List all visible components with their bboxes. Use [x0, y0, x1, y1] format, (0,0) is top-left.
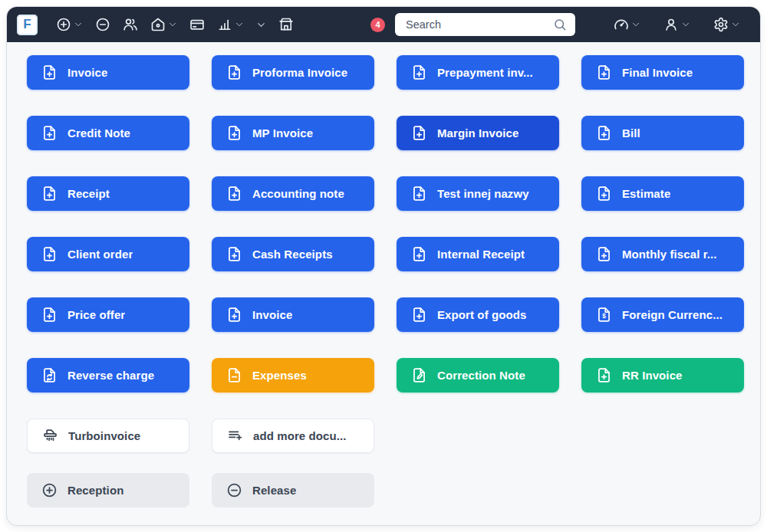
- file-plus-icon: [411, 64, 427, 80]
- button-turboinvoice[interactable]: Turboinvoice: [27, 419, 189, 453]
- chevron-down-icon: [631, 20, 640, 29]
- file-edit-icon: [411, 367, 427, 383]
- toolbar-speedometer-button[interactable]: [607, 12, 647, 37]
- toolbar-home-button[interactable]: [144, 12, 183, 37]
- file-plus-icon: [226, 246, 242, 262]
- button-release[interactable]: Release: [212, 473, 374, 507]
- button-label: Expenses: [252, 369, 307, 382]
- button-client-order[interactable]: Client order: [27, 237, 189, 271]
- button-credit-note[interactable]: Credit Note: [27, 116, 189, 150]
- button-test-innej-nazwy[interactable]: Test innej nazwy: [397, 176, 559, 211]
- gear-icon: [713, 17, 729, 32]
- circle-plus-icon: [41, 482, 58, 498]
- button-label: Turboinvoice: [68, 429, 140, 442]
- chevron-down-icon: [681, 20, 690, 29]
- button-invoice[interactable]: Invoice: [212, 297, 374, 332]
- button-label: Prepayment inv...: [437, 66, 533, 79]
- button-monthly-fiscal-r[interactable]: Monthly fiscal r...: [581, 237, 744, 271]
- file-plus-icon: [596, 186, 612, 202]
- chevron-down-icon: [235, 20, 244, 29]
- button-label: Credit Note: [67, 126, 130, 140]
- file-plus-icon: [411, 186, 427, 202]
- button-label: Estimate: [622, 187, 670, 200]
- button-receipt[interactable]: Receipt: [27, 176, 189, 211]
- top-toolbar: F 4: [7, 7, 760, 42]
- grid-row: InvoiceProforma InvoicePrepayment inv...…: [27, 55, 742, 90]
- search-input[interactable]: [404, 18, 547, 31]
- button-invoice[interactable]: Invoice: [27, 55, 189, 90]
- button-label: Proforma Invoice: [252, 66, 347, 79]
- plus-circle-icon: [56, 17, 71, 32]
- file-plus-icon: [41, 125, 58, 141]
- button-label: Reverse charge: [67, 369, 154, 382]
- file-plus-icon: [41, 64, 58, 80]
- file-plus-icon: [226, 186, 242, 202]
- circle-minus-icon: [226, 482, 242, 498]
- button-cash-receipts[interactable]: Cash Receipts: [212, 237, 374, 271]
- file-plus-icon: [41, 246, 58, 262]
- button-mp-invoice[interactable]: MP Invoice: [212, 116, 374, 150]
- speedometer-icon: [614, 17, 629, 32]
- button-label: Bill: [622, 126, 640, 140]
- toolbar-storefront-button[interactable]: [272, 12, 300, 37]
- toolbar-chevron-only-button[interactable]: [250, 15, 272, 34]
- toolbar-gear-button[interactable]: [707, 12, 746, 37]
- button-label: Monthly fiscal r...: [622, 248, 717, 261]
- file-plus-icon: [596, 125, 612, 141]
- playlist-add-icon: [227, 428, 243, 444]
- file-plus-icon: [596, 246, 612, 262]
- credit-card-icon: [189, 17, 205, 32]
- button-margin-invoice[interactable]: Margin Invoice: [397, 116, 559, 150]
- file-plus-icon: [226, 125, 242, 141]
- button-bill[interactable]: Bill: [581, 116, 744, 150]
- file-plus-icon: [411, 246, 427, 262]
- button-foreign-currenc[interactable]: $Foreign Currenc...: [581, 297, 744, 332]
- button-internal-receipt[interactable]: Internal Receipt: [397, 237, 559, 271]
- users-icon: [123, 17, 138, 32]
- button-label: Export of goods: [437, 308, 527, 321]
- button-label: Final Invoice: [622, 66, 693, 79]
- button-export-of-goods[interactable]: Export of goods: [397, 297, 559, 332]
- toolbar-bar-chart-button[interactable]: [211, 12, 250, 37]
- button-rr-invoice[interactable]: RR Invoice: [581, 358, 744, 392]
- button-estimate[interactable]: Estimate: [581, 176, 744, 211]
- grid-row: ReceptionRelease: [27, 473, 742, 507]
- button-price-offer[interactable]: Price offer: [27, 297, 189, 332]
- button-label: Invoice: [67, 66, 107, 79]
- grid-row: Reverse chargeExpensesCorrection NoteRR …: [27, 358, 742, 392]
- button-reception[interactable]: Reception: [27, 473, 189, 507]
- file-refresh-icon: [41, 367, 58, 383]
- user-icon: [663, 17, 679, 32]
- toolbar-minus-circle-button[interactable]: [89, 12, 117, 37]
- toolbar-user-button[interactable]: [657, 12, 696, 37]
- button-label: Receipt: [67, 187, 110, 200]
- button-add-more-docu[interactable]: add more docu...: [212, 419, 374, 453]
- file-plus-icon: [596, 367, 612, 383]
- button-label: Foreign Currenc...: [622, 308, 723, 321]
- grid-row: Credit NoteMP InvoiceMargin InvoiceBill: [27, 116, 742, 150]
- toolbar-plus-circle-button[interactable]: [50, 12, 89, 37]
- button-label: Release: [252, 484, 296, 497]
- file-plus-icon: [411, 125, 427, 141]
- app-logo[interactable]: F: [17, 15, 38, 35]
- button-correction-note[interactable]: Correction Note: [397, 358, 559, 392]
- toolbar-credit-card-button[interactable]: [183, 12, 211, 37]
- button-accounting-note[interactable]: Accounting note: [212, 176, 374, 211]
- shredder-icon: [42, 428, 58, 444]
- button-label: Cash Receipts: [252, 248, 333, 261]
- file-dollar-icon: $: [596, 307, 612, 323]
- file-plus-icon: [226, 64, 242, 80]
- toolbar-users-button[interactable]: [117, 12, 144, 37]
- file-plus-icon: [41, 307, 58, 323]
- button-proforma-invoice[interactable]: Proforma Invoice: [212, 55, 374, 90]
- button-final-invoice[interactable]: Final Invoice: [581, 55, 744, 90]
- button-label: RR Invoice: [622, 369, 683, 382]
- search-icon: [553, 18, 567, 31]
- file-plus-icon: [41, 186, 58, 202]
- button-reverse-charge[interactable]: Reverse charge: [27, 358, 189, 392]
- chevron-down-icon: [168, 20, 177, 29]
- button-expenses[interactable]: Expenses: [212, 358, 374, 392]
- notification-badge[interactable]: 4: [370, 18, 385, 32]
- storefront-icon: [278, 17, 294, 32]
- button-prepayment-inv[interactable]: Prepayment inv...: [397, 55, 559, 90]
